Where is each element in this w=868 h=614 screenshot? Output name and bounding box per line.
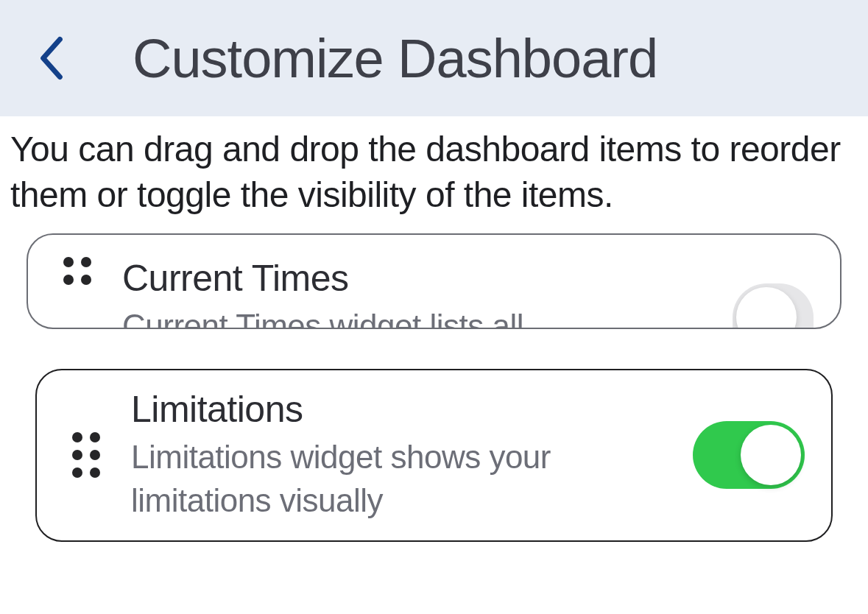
item-description: Limitations widget shows your limitation… [131, 435, 678, 523]
item-text: Current Times Current Times widget lists… [122, 257, 718, 329]
dashboard-item-limitations-dragging[interactable]: Limitations Limitations widget shows you… [0, 351, 868, 560]
item-description: Current Times widget lists all [122, 304, 718, 329]
chevron-left-icon [39, 36, 64, 80]
drag-handle-icon[interactable] [63, 257, 91, 285]
back-button[interactable] [29, 29, 74, 88]
dashboard-item-limitations[interactable]: Limitations Limitations widget shows you… [35, 369, 833, 542]
dashboard-item-current-times[interactable]: Current Times Current Times widget lists… [27, 233, 841, 329]
item-text: Limitations Limitations widget shows you… [131, 388, 678, 523]
item-title: Current Times [122, 257, 718, 300]
instructions-text: You can drag and drop the dashboard item… [0, 116, 868, 233]
dashboard-items-list: Current Times Current Times widget lists… [0, 233, 868, 329]
visibility-toggle[interactable] [733, 283, 814, 328]
page-title: Customize Dashboard [133, 27, 657, 90]
drag-handle-icon[interactable] [72, 432, 100, 478]
header-bar: Customize Dashboard [0, 0, 868, 116]
toggle-knob [741, 425, 801, 485]
visibility-toggle[interactable] [693, 421, 805, 489]
item-title: Limitations [131, 388, 678, 431]
